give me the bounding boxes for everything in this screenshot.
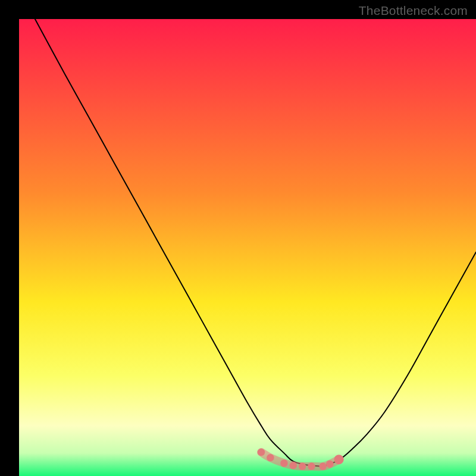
- marker-dot: [258, 449, 265, 456]
- marker-dot: [326, 461, 334, 468]
- chart-svg: [0, 0, 476, 476]
- marker-dot: [290, 462, 298, 469]
- marker-dot: [319, 463, 327, 471]
- marker-dot: [267, 454, 274, 462]
- marker-dot: [299, 463, 306, 471]
- plot-background: [19, 19, 476, 476]
- marker-dot: [308, 463, 315, 471]
- marker-dot: [280, 459, 288, 467]
- watermark-text: TheBottleneck.com: [359, 4, 468, 18]
- marker-dot: [334, 455, 343, 464]
- chart-container: TheBottleneck.com: [0, 0, 476, 476]
